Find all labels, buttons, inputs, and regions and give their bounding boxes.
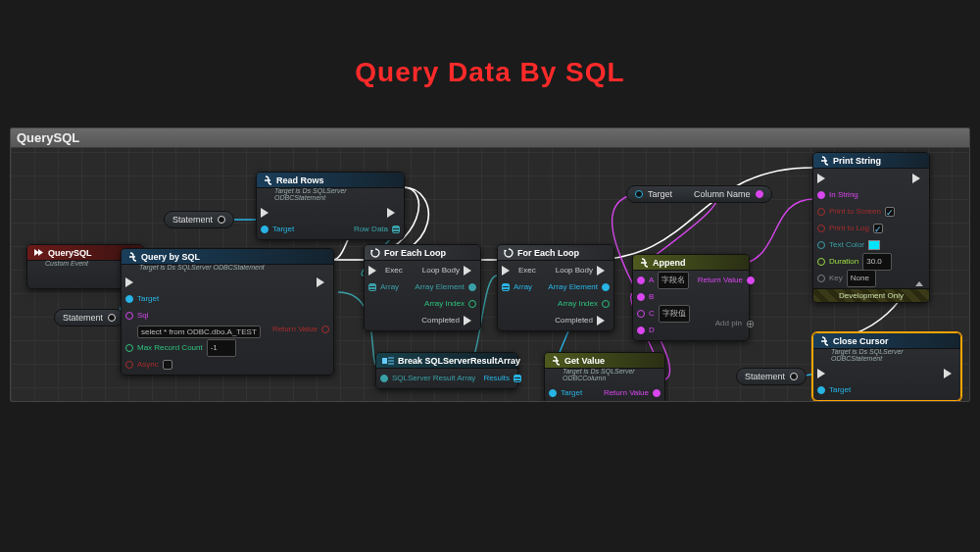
- node-header[interactable]: Get Value: [545, 353, 664, 369]
- pin-d[interactable]: D: [637, 324, 655, 337]
- exec-out-pin[interactable]: [912, 172, 925, 185]
- blueprint-graph-panel[interactable]: QuerySQL Statement Statement: [10, 127, 970, 402]
- pin-max-record[interactable]: Max Record Count-1: [125, 341, 236, 355]
- sql-textbox[interactable]: select * from ODBC.dbo.A_TEST: [137, 326, 261, 338]
- exec-in-pin[interactable]: [261, 206, 273, 220]
- pin-key[interactable]: KeyNone: [817, 272, 876, 285]
- pin-sql[interactable]: Sql: [125, 309, 149, 323]
- node-read-rows[interactable]: Read Rows Target is Ds SQLServer ODBCSta…: [256, 172, 405, 240]
- pin-loop-body[interactable]: Loop Body: [422, 264, 476, 277]
- exec-out-pin[interactable]: [387, 206, 400, 220]
- data-pin[interactable]: [108, 314, 116, 322]
- checkbox[interactable]: [163, 360, 172, 370]
- pin-array[interactable]: Array: [502, 280, 532, 294]
- pin-duration[interactable]: Duration30.0: [817, 255, 892, 269]
- pin-text-color[interactable]: Text Color: [817, 238, 880, 252]
- max-record-textbox[interactable]: -1: [207, 339, 236, 357]
- pin-b[interactable]: B: [637, 290, 654, 304]
- data-pin[interactable]: [635, 190, 643, 198]
- node-print-string[interactable]: Print String In String Print to Screen P…: [812, 152, 930, 303]
- textbox-c[interactable]: 字段值: [659, 305, 690, 323]
- pin-target[interactable]: Target: [125, 292, 159, 306]
- exec-in-pin[interactable]: Exec: [502, 264, 536, 277]
- variable-pill-statement[interactable]: Statement: [54, 309, 124, 326]
- node-for-each-loop[interactable]: For Each Loop Exec Array Loop Body Array…: [364, 244, 481, 331]
- node-query-by-sql[interactable]: Query by SQL Target is Ds SQLServer ODBC…: [121, 248, 334, 376]
- pin-label: Return Value: [272, 323, 318, 336]
- variable-pill-statement[interactable]: Statement: [164, 211, 234, 228]
- pin-label: B: [649, 290, 654, 304]
- variable-pill-statement[interactable]: Statement: [736, 368, 807, 385]
- pin-target[interactable]: Target: [261, 223, 294, 236]
- node-title: Query by SQL: [141, 249, 200, 265]
- pin-completed[interactable]: Completed: [555, 314, 610, 327]
- node-title: Read Rows: [276, 173, 324, 188]
- pin-label: Array: [380, 280, 399, 294]
- data-pin[interactable]: [218, 216, 225, 224]
- node-append[interactable]: Append A字段名 B C字段值 D Return Value ⊕Add p…: [632, 254, 750, 341]
- node-header[interactable]: Print String: [813, 153, 929, 169]
- node-break-struct[interactable]: Break SQLServerResultArray SQLServer Res…: [375, 352, 518, 389]
- duration-textbox[interactable]: 30.0: [862, 253, 892, 271]
- pin-label: Text Color: [829, 238, 864, 252]
- node-header[interactable]: For Each Loop: [498, 245, 613, 261]
- exec-out-pin[interactable]: [317, 276, 329, 289]
- pin-label: Sql: [137, 309, 149, 323]
- node-header[interactable]: Append: [633, 255, 749, 271]
- pin-label: Key: [829, 272, 843, 285]
- pin-completed[interactable]: Completed: [421, 314, 476, 327]
- pin-c[interactable]: C字段值: [637, 307, 690, 321]
- pin-a[interactable]: A字段名: [637, 274, 689, 287]
- pin-array-element[interactable]: Array Element: [415, 280, 476, 294]
- node-title: For Each Loop: [517, 245, 579, 261]
- pin-array-index[interactable]: Array Index: [558, 297, 610, 311]
- pin-print-screen[interactable]: Print to Screen: [817, 205, 895, 219]
- collapse-advanced-icon[interactable]: [915, 277, 923, 286]
- node-header[interactable]: Break SQLServerResultArray: [376, 353, 517, 369]
- pin-array[interactable]: Array: [368, 280, 399, 294]
- checkbox[interactable]: [873, 224, 883, 233]
- node-header[interactable]: Read Rows: [257, 173, 404, 188]
- checkbox[interactable]: [885, 207, 895, 217]
- pin-results[interactable]: Results: [483, 372, 521, 385]
- pin-target[interactable]: Target: [817, 383, 851, 397]
- variable-pill-target-column[interactable]: Target Column Name: [626, 185, 772, 203]
- color-swatch[interactable]: [868, 240, 880, 250]
- loop-icon: [504, 248, 514, 258]
- exec-in-pin[interactable]: [817, 172, 830, 185]
- pin-return-value[interactable]: Return Value: [604, 386, 661, 400]
- node-title: Break SQLServerResultArray: [398, 353, 520, 369]
- pin-loop-body[interactable]: Loop Body: [556, 264, 610, 277]
- pin-row-data[interactable]: Row Data: [354, 223, 400, 236]
- node-header[interactable]: Close Cursor: [813, 333, 960, 349]
- exec-in-pin[interactable]: Exec: [368, 264, 403, 277]
- pin-print-log[interactable]: Print to Log: [817, 222, 883, 235]
- pin-array-element[interactable]: Array Element: [548, 280, 610, 294]
- exec-out-pin[interactable]: [944, 367, 956, 380]
- data-pin[interactable]: [756, 190, 763, 198]
- textbox-a[interactable]: 字段名: [658, 272, 689, 289]
- data-pin[interactable]: [790, 373, 798, 380]
- pin-label: Max Record Count: [137, 341, 203, 355]
- pin-return-value[interactable]: Return Value: [272, 323, 329, 336]
- pin-return-value[interactable]: Return Value: [698, 274, 755, 287]
- node-header[interactable]: For Each Loop: [365, 245, 480, 261]
- pill-label: Statement: [172, 212, 213, 227]
- node-title: For Each Loop: [384, 245, 446, 261]
- exec-in-pin[interactable]: [125, 276, 138, 289]
- pill-label: Statement: [63, 310, 103, 326]
- pin-async[interactable]: Async: [125, 358, 172, 372]
- pin-label: Async: [137, 358, 159, 372]
- node-close-cursor[interactable]: Close Cursor Target is Ds SQLServer ODBC…: [812, 332, 961, 401]
- exec-in-pin[interactable]: [817, 367, 830, 380]
- pin-in-string[interactable]: In String: [817, 188, 858, 202]
- node-header[interactable]: Query by SQL: [122, 249, 333, 265]
- pin-label: Print to Log: [829, 222, 869, 235]
- node-for-each-loop[interactable]: For Each Loop Exec Array Loop Body Array…: [497, 244, 614, 331]
- node-get-value[interactable]: Get Value Target is Ds SQLServer ODBCCol…: [544, 352, 665, 402]
- pin-add-pin[interactable]: ⊕Add pin: [715, 317, 755, 330]
- key-textbox[interactable]: None: [847, 270, 876, 287]
- pin-target[interactable]: Target: [549, 386, 582, 400]
- pin-array-index[interactable]: Array Index: [424, 297, 476, 311]
- pin-struct-in[interactable]: SQLServer Result Array: [380, 372, 475, 385]
